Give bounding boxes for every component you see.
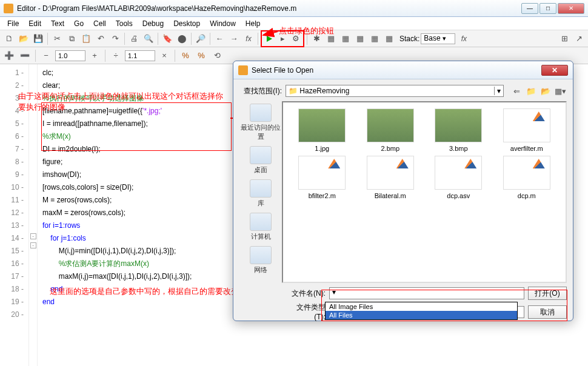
back-icon[interactable]: ← [213,32,226,45]
bookmark-icon[interactable]: 🔖 [161,32,174,45]
fx-label[interactable]: fx [461,35,467,43]
run-button[interactable] [262,32,276,45]
tb-icon-5[interactable]: ▦ [383,32,396,45]
filename-label: 文件名(N): [286,288,326,299]
filetype-dropdown[interactable]: All Image Files All Files [325,302,518,320]
cell-eval2-icon[interactable]: % [195,49,208,62]
file-item[interactable]: dcp.m [494,156,560,199]
menu-desktop[interactable]: Desktop [169,18,205,29]
filetype-option[interactable]: All Image Files [326,302,517,311]
file-item[interactable]: Bilateral.m [358,156,424,199]
print-icon[interactable]: 🖨 [127,32,141,45]
cut-icon[interactable]: ✂ [50,32,64,45]
cell-minus-icon[interactable]: ➖ [18,49,32,62]
menu-help[interactable]: Help [241,18,266,29]
menu-text[interactable]: Text [46,18,69,29]
place-item[interactable]: 最近访问的位置 [239,104,282,141]
folder-icon: 📁 [289,87,298,95]
file-item[interactable]: 1.jpg [289,108,355,152]
breakpoint-icon[interactable]: ⬤ [175,32,189,45]
places-bar: 最近访问的位置桌面库计算机网络 [239,101,282,283]
file-list[interactable]: 1.jpg2.bmp3.bmpaverfilter.mbfilter2.mBil… [282,101,567,283]
stack-select[interactable]: Base ▾ [421,33,455,44]
copy-icon[interactable]: ⧉ [65,32,78,45]
stack-label: Stack: [399,35,419,43]
file-item[interactable]: dcp.asv [426,156,492,199]
forward-icon[interactable]: → [227,32,241,45]
window-titlebar: Editor - D:\Program Files\MATLAB\R2009a\… [0,0,588,17]
divide-icon[interactable]: ÷ [109,49,122,62]
cancel-button[interactable]: 取消 [528,305,567,319]
dropdown-icon: ▾ [494,87,501,95]
menu-window[interactable]: Window [205,18,241,29]
menu-cell[interactable]: Cell [89,18,111,29]
increment-value-2[interactable] [125,50,155,61]
increment-icon[interactable]: + [88,49,101,62]
multiply-icon[interactable]: × [158,49,171,62]
menu-debug[interactable]: Debug [138,18,169,29]
menu-file[interactable]: File [2,18,24,29]
fold-toggle[interactable]: - [30,233,36,239]
save-icon[interactable]: 💾 [32,32,45,45]
place-item[interactable]: 桌面 [250,146,272,175]
file-item[interactable]: 3.bmp [426,108,492,152]
filename-input[interactable]: ▾ [329,287,524,299]
window-title: Editor - D:\Program Files\MATLAB\R2009a\… [17,4,296,13]
menu-edit[interactable]: Edit [24,18,46,29]
tb-icon-1[interactable]: ▦ [324,32,338,45]
place-item[interactable]: 库 [250,179,272,208]
filetype-label: 文件类型(T): [286,302,326,321]
back-nav-icon[interactable]: ⇐ [510,84,523,98]
file-item[interactable]: averfilter.m [494,108,560,152]
fold-gutter: - - [29,64,38,366]
dialog-icon [238,65,248,75]
tb-icon-3[interactable]: ▦ [353,32,367,45]
undo-icon[interactable]: ↶ [94,32,107,45]
play-icon [267,36,272,42]
close-button[interactable]: ✕ [558,3,584,14]
decrement-icon[interactable]: − [39,49,53,62]
up-folder-icon[interactable]: 📁 [524,84,538,98]
app-icon [4,4,13,13]
menu-tools[interactable]: Tools [111,18,138,29]
lookin-combo[interactable]: 📁 HazeRemoving ▾ [286,85,504,97]
find-icon[interactable]: 🔍 [142,32,155,45]
dialog-close-button[interactable]: ✕ [541,65,568,76]
maximize-button[interactable]: □ [540,3,556,14]
undock-icon[interactable]: ↗ [572,32,586,45]
cell-eval3-icon[interactable]: ⟲ [210,49,224,62]
line-number-gutter: 1 -2 -3 -4 -5 -6 -7 -8 -9 -10 -11 -12 -1… [0,64,29,366]
filetype-option-selected[interactable]: All Files [326,311,517,319]
find-files-icon[interactable]: 🔎 [194,32,207,45]
dock-icon[interactable]: ⊞ [558,32,571,45]
open-button[interactable]: 打开(O) [528,287,567,300]
cell-plus-icon[interactable]: ➕ [2,49,16,62]
dialog-titlebar: Select File to Open ✕ [233,61,573,79]
cell-eval-icon[interactable]: % [179,49,192,62]
redo-icon[interactable]: ↷ [109,32,122,45]
file-open-dialog: Select File to Open ✕ 查找范围(I): 📁 HazeRem… [233,61,573,321]
paste-icon[interactable]: 📋 [79,32,93,45]
new-folder-icon[interactable]: 📂 [539,84,552,98]
view-menu-icon[interactable]: ▦▾ [553,84,567,98]
file-item[interactable]: bfilter2.m [289,156,355,199]
fx-icon[interactable]: fx [242,32,255,45]
menubar: File Edit Text Go Cell Tools Debug Deskt… [0,17,588,30]
open-file-icon[interactable]: 📂 [17,32,30,45]
dialog-title: Select File to Open [252,66,313,75]
new-file-icon[interactable]: 🗋 [2,32,16,45]
tb-icon-2[interactable]: ▦ [339,32,352,45]
file-item[interactable]: 2.bmp [358,108,424,152]
lookin-label: 查找范围(I): [239,86,282,96]
menu-go[interactable]: Go [69,18,89,29]
run-config-icon[interactable]: ⚙ [289,32,302,45]
increment-value-1[interactable] [55,50,85,61]
run-button-group: ▸ ⚙ [261,30,304,47]
place-item[interactable]: 计算机 [250,213,272,241]
run-advance-icon[interactable]: ▸ [276,32,289,45]
minimize-button[interactable]: — [521,3,538,14]
fold-toggle[interactable]: - [30,242,36,248]
place-item[interactable]: 网络 [250,246,272,274]
tb-icon-4[interactable]: ▦ [368,32,381,45]
publish-icon[interactable]: ✱ [310,32,323,45]
